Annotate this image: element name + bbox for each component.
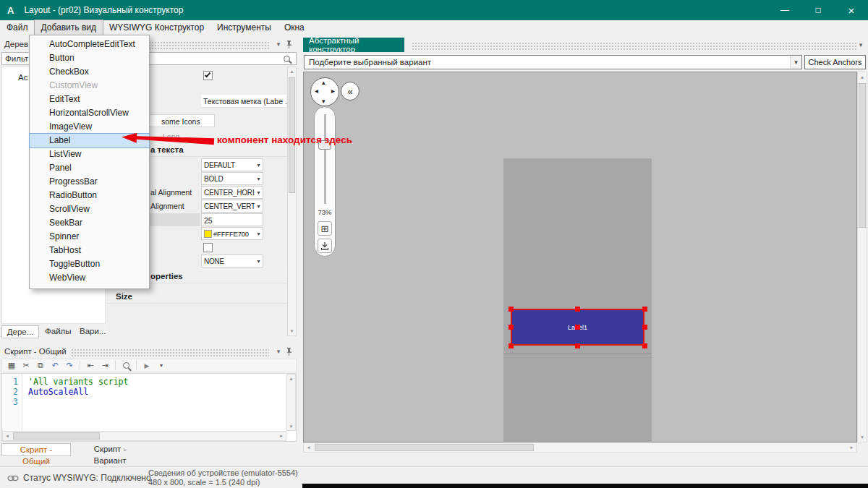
outdent-icon[interactable]: ⇤ xyxy=(84,359,97,372)
nav-pad[interactable]: ▴ ▾ ◂ ▸ xyxy=(310,77,339,106)
menu-item-tabhost[interactable]: TabHost xyxy=(30,244,149,257)
pin-icon[interactable] xyxy=(284,39,294,49)
menu-item-autocompleteedittext[interactable]: AutoCompleteEditText xyxy=(30,38,149,51)
scroll-up-icon[interactable]: ▴ xyxy=(858,72,867,82)
horizontal-alignment-dropdown[interactable]: CENTER_HORIZONTAL ▾ xyxy=(201,186,263,199)
copy-icon[interactable]: ⧉ xyxy=(34,359,47,372)
collapse-panel-button[interactable]: « xyxy=(341,82,359,100)
selection-handle[interactable] xyxy=(642,343,647,348)
style-dropdown[interactable]: BOLD ▾ xyxy=(201,172,263,185)
text-size-field[interactable]: 25 xyxy=(201,213,263,226)
search-icon[interactable] xyxy=(119,359,132,372)
scrollbar-thumb[interactable] xyxy=(315,444,534,451)
fit-grid-button[interactable]: ⊞ xyxy=(318,221,332,236)
menu-item-spinner[interactable]: Spinner xyxy=(30,230,149,244)
text-color-dropdown[interactable]: #FFFFE700 ▾ xyxy=(201,227,263,240)
menu-tools[interactable]: Инструменты xyxy=(210,20,278,35)
panel-menu-chevron-icon[interactable]: ▾ xyxy=(273,39,284,49)
menu-item-horizontalscrollview[interactable]: HorizontalScrollView xyxy=(30,106,149,120)
tab-tree[interactable]: Дере... xyxy=(1,325,39,338)
menu-wysiwyg-designer[interactable]: WYSIWYG Конструктор xyxy=(103,20,210,35)
search-icon[interactable] xyxy=(284,56,290,62)
scroll-left-icon[interactable]: ◂ xyxy=(3,432,12,440)
tab-files[interactable]: Файлы xyxy=(41,325,74,338)
scroll-down-icon[interactable]: ▾ xyxy=(858,432,867,442)
scroll-down-icon[interactable]: ▾ xyxy=(287,422,295,430)
design-canvas[interactable]: Label1 ▴ ▾ ◂ ▸ « 73% ⊞ xyxy=(303,72,857,442)
text-value-cell[interactable]: Текстовая метка (Labe ... xyxy=(201,95,286,108)
menu-item-scrollview[interactable]: ScrollView xyxy=(30,202,149,216)
selection-handle[interactable] xyxy=(509,343,514,348)
device-screen[interactable] xyxy=(503,158,652,443)
menu-item-togglebutton[interactable]: ToggleButton xyxy=(30,257,149,271)
nav-down-icon[interactable]: ▾ xyxy=(322,98,326,105)
zoom-value: 73% xyxy=(315,208,335,216)
menu-item-seekbar[interactable]: SeekBar xyxy=(30,216,149,230)
pin-icon[interactable] xyxy=(284,346,294,356)
scroll-left-icon[interactable]: ◂ xyxy=(304,443,313,452)
menu-item-progressbar[interactable]: ProgressBar xyxy=(30,175,149,189)
import-button[interactable] xyxy=(318,239,332,253)
menu-item-button[interactable]: Button xyxy=(30,51,149,65)
new-window-icon[interactable]: ▦ xyxy=(5,359,18,372)
scroll-down-icon[interactable]: ▾ xyxy=(288,327,296,335)
menu-windows[interactable]: Окна xyxy=(278,20,311,35)
panel-menu-chevron-icon[interactable]: ▾ xyxy=(273,346,284,356)
menu-item-radiobutton[interactable]: RadioButton xyxy=(30,189,149,202)
visible-checkbox[interactable] xyxy=(203,71,213,80)
icons-button[interactable]: some Icons xyxy=(148,114,215,127)
scrollbar-thumb[interactable] xyxy=(859,83,866,228)
canvas-horizontal-scrollbar[interactable]: ◂ ▸ xyxy=(303,442,857,453)
nav-right-icon[interactable]: ▸ xyxy=(331,87,335,95)
properties-scrollbar[interactable]: ▴ ▾ xyxy=(287,67,297,336)
typeface-dropdown[interactable]: DEFAULT ▾ xyxy=(201,158,263,171)
selection-handle[interactable] xyxy=(575,325,580,330)
menu-item-webview[interactable]: WebView xyxy=(30,271,149,285)
run-icon[interactable]: ▶ xyxy=(140,359,153,372)
selection-handle[interactable] xyxy=(575,343,580,348)
nav-left-icon[interactable]: ◂ xyxy=(315,87,318,95)
scroll-up-icon[interactable]: ▴ xyxy=(287,374,295,382)
menu-file[interactable]: Файл xyxy=(0,20,35,35)
tab-variants[interactable]: Вари... xyxy=(75,325,109,338)
none-dropdown[interactable]: NONE ▾ xyxy=(201,254,263,267)
menu-item-edittext[interactable]: EditText xyxy=(30,93,149,106)
zoom-slider-track[interactable] xyxy=(324,114,326,204)
scroll-right-icon[interactable]: ▸ xyxy=(847,443,856,452)
script-editor[interactable]: 1 'All variants script 2 AutoScaleAll 3 … xyxy=(1,373,297,442)
chevron-down-icon[interactable]: ▾ xyxy=(155,359,168,372)
scroll-up-icon[interactable]: ▴ xyxy=(288,67,296,76)
selection-handle[interactable] xyxy=(642,325,647,330)
menu-item-checkbox[interactable]: CheckBox xyxy=(30,65,149,79)
tab-abstract-designer[interactable]: Абстрактный конструктор xyxy=(303,38,404,52)
indent-icon[interactable]: ⇥ xyxy=(98,359,111,372)
editor-horizontal-scrollbar[interactable]: ◂ ▸ xyxy=(2,431,286,441)
vertical-alignment-dropdown[interactable]: CENTER_VERTICAL ▾ xyxy=(201,200,263,213)
check-anchors-button[interactable]: Check Anchors xyxy=(804,55,866,69)
tree-node[interactable]: Ac xyxy=(18,73,27,82)
tab-script-variant[interactable]: Скрипт - Вариант xyxy=(72,443,148,456)
close-button[interactable]: × xyxy=(835,0,868,20)
editor-vertical-scrollbar[interactable]: ▴ ▾ xyxy=(286,374,296,431)
section-size[interactable]: Size xyxy=(107,290,287,304)
canvas-vertical-scrollbar[interactable]: ▴ ▾ xyxy=(857,72,867,442)
menu-add-view[interactable]: Добавить вид xyxy=(35,20,103,35)
nav-up-icon[interactable]: ▴ xyxy=(322,79,326,86)
menu-item-listview[interactable]: ListView xyxy=(30,147,149,161)
minimize-button[interactable]: — xyxy=(768,0,801,20)
property-checkbox[interactable] xyxy=(203,243,213,252)
menu-item-panel[interactable]: Panel xyxy=(30,161,149,175)
maximize-button[interactable]: □ xyxy=(801,0,835,20)
variant-selector[interactable]: Подберите выбранный вариант ▾ xyxy=(304,55,802,69)
selection-handle[interactable] xyxy=(575,307,580,312)
cut-icon[interactable]: ✂ xyxy=(20,359,33,372)
redo-icon[interactable]: ↷ xyxy=(63,359,76,372)
scroll-right-icon[interactable]: ▸ xyxy=(277,432,286,440)
panel-menu-chevron-icon[interactable]: ▾ xyxy=(856,40,866,50)
selection-handle[interactable] xyxy=(509,307,514,312)
scrollbar-thumb[interactable] xyxy=(13,432,100,440)
tab-script-general[interactable]: Скрипт - Общий xyxy=(1,443,71,456)
selection-handle[interactable] xyxy=(509,325,514,330)
selection-handle[interactable] xyxy=(642,307,647,312)
undo-icon[interactable]: ↶ xyxy=(48,359,61,372)
